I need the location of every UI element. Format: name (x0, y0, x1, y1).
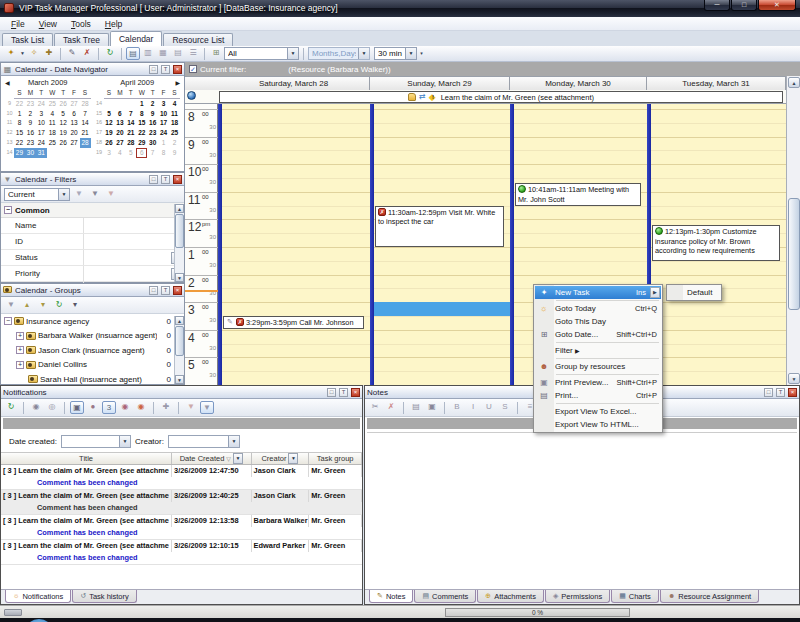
maximize-button[interactable]: □ (731, 0, 757, 11)
day-cell[interactable]: 17 (36, 128, 47, 138)
submenu-item-default[interactable]: Default (667, 286, 721, 299)
view-timeline-icon[interactable]: ☰ (186, 47, 200, 60)
day-cell[interactable]: 12 (58, 118, 69, 128)
delete-task-icon[interactable]: ✗ (80, 47, 94, 60)
show-read-icon[interactable]: ◎ (45, 401, 59, 414)
filter-field-value[interactable]: ▼ (83, 250, 184, 265)
bottom-tab-notifications[interactable]: ☼Notifications (5, 590, 71, 603)
print-preview-icon[interactable]: ▣ (425, 401, 439, 414)
mark-dot-icon[interactable]: ● (86, 401, 100, 414)
refresh-icon[interactable]: ↻ (103, 47, 117, 60)
day-cell[interactable]: 10 (36, 118, 47, 128)
panel-restore-icon[interactable]: □ (764, 388, 773, 397)
tree-item-jason[interactable]: +Jason Clark (insuarnce agent)0 (1, 343, 184, 358)
day-cell[interactable]: 16 (25, 128, 36, 138)
day-cell[interactable]: 5 (58, 109, 69, 119)
day-cell[interactable]: 24 (158, 128, 169, 138)
menu-item-goto-date[interactable]: ⊞Goto Date...Shift+Ctrl+D (535, 328, 661, 341)
bottom-tab-permissions[interactable]: ◈Permissions (545, 590, 610, 603)
day-cell[interactable]: 16 (147, 118, 158, 128)
day-cell[interactable]: 11 (47, 118, 58, 128)
day-cell[interactable]: 8 (14, 118, 25, 128)
panel-pin-icon[interactable]: T (161, 175, 170, 184)
day-cell[interactable]: 13 (114, 118, 125, 128)
notification-row[interactable]: [ 3 ] Learn the claim of Mr. Green (see … (1, 540, 362, 565)
bottom-tab-resource-assignment[interactable]: ☻Resource Assignment (660, 590, 759, 603)
filters-scrollbar[interactable]: ▲ ▼ (174, 204, 184, 282)
filter-dropdown-icon[interactable]: ▼ (233, 453, 243, 464)
sort-descending-icon[interactable]: ▾ (36, 299, 50, 312)
panel-close-icon[interactable]: × (788, 388, 797, 397)
tab-task-list[interactable]: Task List (2, 33, 53, 46)
day-cell[interactable]: 1 (136, 99, 147, 109)
day-cell[interactable]: 18 (169, 118, 180, 128)
day-cell[interactable]: 22 (136, 128, 147, 138)
day-cell[interactable]: 3 (36, 109, 47, 119)
scope-select[interactable]: All▼ (224, 47, 299, 60)
day-cell[interactable]: 18 (47, 128, 58, 138)
panel-restore-icon[interactable]: □ (149, 175, 158, 184)
next-month-icon[interactable]: ▶ (175, 79, 180, 86)
bottom-tab-comments[interactable]: ▤Comments (414, 590, 476, 603)
menu-item-goto-this-day[interactable]: Goto This Day (535, 315, 661, 328)
strike-icon[interactable]: S (498, 401, 512, 414)
day-cell[interactable]: 22 (14, 138, 25, 148)
day-cell[interactable]: 1 (14, 109, 25, 119)
menu-item-export-view-to-html[interactable]: Export View To HTML... (535, 418, 661, 431)
save-filter-icon[interactable]: ▼ (88, 188, 102, 201)
day-cell[interactable]: 3 (104, 148, 115, 158)
scrollbar-thumb[interactable] (175, 214, 184, 248)
print-icon[interactable]: ▤ (409, 401, 423, 414)
day-cell[interactable]: 4 (114, 148, 125, 158)
day-cell[interactable]: 24 (36, 138, 47, 148)
day-cell[interactable]: 26 (58, 138, 69, 148)
filter-field-value[interactable]: ▼ (83, 266, 184, 281)
notification-row[interactable]: [ 3 ] Learn the claim of Mr. Green (see … (1, 515, 362, 540)
day-cell[interactable]: 25 (47, 138, 58, 148)
day-cell[interactable]: 25 (47, 99, 58, 109)
bold-icon[interactable]: B (450, 401, 464, 414)
group-by-icon[interactable]: ⊞ (209, 47, 223, 60)
filter-preset-select[interactable]: Current ▼ (4, 188, 70, 201)
clear-filter-icon[interactable]: ▼ (184, 401, 198, 414)
column-header-task-group[interactable]: Task group (309, 453, 362, 464)
day-cell[interactable]: 20 (114, 128, 125, 138)
day-cell[interactable]: 27 (114, 138, 125, 148)
day-cell[interactable]: 27 (69, 99, 80, 109)
day-cell[interactable]: 31 (36, 148, 47, 158)
menu-view[interactable]: View (32, 19, 64, 29)
day-cell[interactable]: 24 (36, 99, 47, 109)
filter-field-value[interactable] (83, 234, 184, 249)
menu-file[interactable]: File (4, 19, 32, 29)
day-cell[interactable]: 1 (158, 138, 169, 148)
scrollbar-thumb[interactable] (175, 326, 184, 356)
view-month-icon[interactable]: ▤ (171, 47, 185, 60)
chevron-down-icon[interactable]: ▼ (119, 436, 130, 447)
chevron-down-icon[interactable]: ▼ (228, 436, 239, 447)
day-cell[interactable]: 9 (147, 109, 158, 119)
panel-restore-icon[interactable]: □ (149, 65, 158, 74)
expand-icon[interactable]: + (16, 346, 24, 354)
tab-task-tree[interactable]: Task Tree (54, 33, 109, 46)
event-1[interactable]: ✗11:30am-12:59pm Visit Mr. White to insp… (375, 206, 504, 247)
day-cell[interactable]: 25 (169, 128, 180, 138)
day-cell[interactable]: 9 (169, 148, 180, 158)
day-cell[interactable]: 20 (69, 128, 80, 138)
day-cell[interactable]: 28 (80, 138, 91, 148)
delete-icon[interactable]: ✗ (384, 401, 398, 414)
refresh-icon[interactable]: ↻ (52, 299, 66, 312)
new-subtask-icon[interactable]: ✧ (27, 47, 41, 60)
panel-close-icon[interactable]: × (173, 286, 182, 295)
day-cell[interactable]: 15 (14, 128, 25, 138)
day-cell[interactable]: 11 (169, 109, 180, 119)
day-cell[interactable]: 19 (104, 128, 115, 138)
bottom-tab-task-history[interactable]: ↺Task history (72, 590, 136, 603)
view-day-icon[interactable]: ▤ (126, 47, 140, 60)
day-cell[interactable]: 29 (136, 138, 147, 148)
day-cell[interactable]: 5 (104, 109, 115, 119)
event-0[interactable]: ✎✗3:29pm-3:59pm Call Mr. Johnson (223, 316, 364, 330)
menu-tools[interactable]: Tools (64, 19, 98, 29)
chevron-down-icon[interactable]: ▼ (405, 48, 416, 59)
new-task-icon[interactable]: ✦ (4, 47, 18, 60)
tree-item-daniel[interactable]: +Daniel Collins0 (1, 358, 184, 373)
